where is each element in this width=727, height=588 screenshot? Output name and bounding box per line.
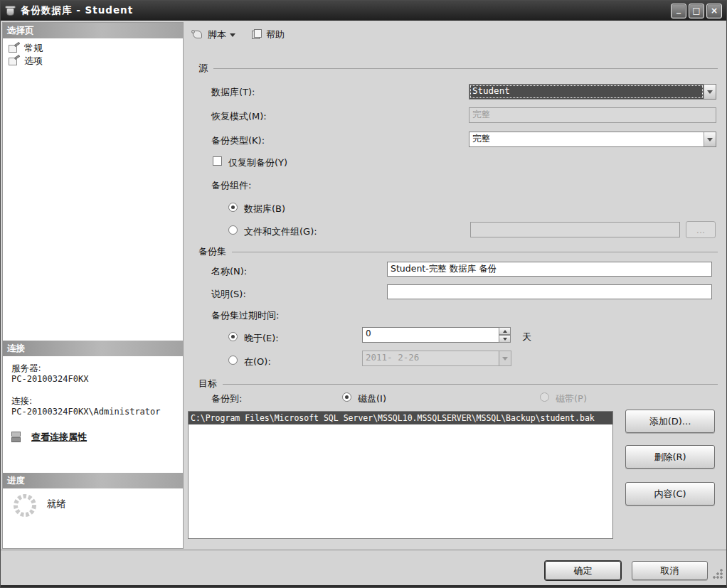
divider [232,252,718,252]
combo-arrow-button [499,351,511,365]
source-group-title: 源 [198,62,208,75]
on-date-label: 在(O): [244,356,271,368]
connection-label: 连接: [11,395,32,407]
days-unit-label: 天 [522,331,531,343]
maximize-button[interactable]: □ [689,4,704,18]
tape-radio [540,392,549,402]
copy-only-label: 仅复制备份(Y) [228,156,287,169]
window-bottom-edge [1,585,726,588]
connection-header: 连接 [3,341,183,356]
database-combo[interactable]: Student [469,84,716,100]
database-combo-value: Student [469,85,704,99]
expiration-label: 备份集过期时间: [211,309,279,322]
resize-grip[interactable] [712,568,723,579]
minimize-button[interactable]: _ [671,4,686,18]
destination-group-title: 目标 [198,378,217,390]
script-label: 脚本 [208,28,226,41]
script-button[interactable]: 脚本 [189,26,238,43]
chevron-up-icon [503,330,507,333]
view-connection-properties-link[interactable]: 查看连接属性 [31,431,87,444]
chevron-down-icon[interactable] [230,33,235,37]
backup-type-combo-value: 完整 [469,132,704,146]
backup-database-dialog: 备份数据库 - Student _ □ × 选择页 常规 选项 连接 服务器: … [0,0,727,588]
name-field[interactable]: Student-完整 数据库 备份 [387,262,712,277]
destination-path-item[interactable]: C:\Program Files\Microsoft SQL Server\MS… [189,412,612,424]
files-filegroups-field [470,222,680,237]
divider [223,384,718,385]
browse-button: ... [686,221,716,238]
divider [213,68,718,69]
spin-up-button[interactable] [499,327,511,335]
days-spinner[interactable] [499,327,511,343]
cancel-button[interactable]: 取消 [632,561,708,580]
source-group-header: 源 [198,62,718,75]
chevron-down-icon [707,138,713,141]
close-button[interactable]: × [706,4,722,18]
sidebar-item-general[interactable]: 常规 [6,41,46,55]
help-button[interactable]: 帮助 [248,26,287,43]
database-label: 数据库(T): [211,86,255,99]
sidebar-item-label: 常规 [24,42,43,55]
backup-component-label: 备份组件: [211,179,251,192]
sidebar-item-options[interactable]: 选项 [6,54,46,68]
remove-button[interactable]: 删除(R) [625,445,715,469]
title-bar[interactable]: 备份数据库 - Student _ □ × [1,1,726,21]
server-value: PC-20100324F0KX [11,374,88,384]
combo-arrow-button[interactable] [704,85,716,99]
progress-status: 就绪 [47,498,66,511]
sidebar-item-label: 选项 [24,55,43,68]
backup-to-label: 备份到: [211,392,242,405]
view-connection-properties-row: 查看连接属性 [10,431,87,444]
connection-properties-icon [10,431,24,444]
select-page-header: 选择页 [3,23,183,38]
after-radio[interactable] [228,332,238,341]
description-field[interactable] [387,284,712,299]
ok-button[interactable]: 确定 [545,561,621,580]
tape-radio-label: 磁带(P) [556,392,587,405]
window-title: 备份数据库 - Student [21,4,133,17]
help-label: 帮助 [266,28,285,41]
chevron-down-icon [503,338,507,341]
chevron-down-icon [707,90,713,94]
on-date-combo: 2011- 2-26 [362,351,511,366]
script-icon [191,29,204,41]
backup-set-group-header: 备份集 [198,245,718,258]
destination-group-header: 目标 [198,378,718,390]
database-icon [5,5,16,16]
chevron-down-icon [502,357,508,360]
backup-set-group-title: 备份集 [198,245,226,258]
description-label: 说明(S): [211,288,246,301]
sidebar: 选择页 常规 选项 连接 服务器: PC-20100324F0KX 连接: PC… [2,22,184,549]
database-radio-label: 数据库(B) [244,203,285,215]
recovery-model-label: 恢复模式(M): [211,110,267,123]
page-icon [9,56,20,66]
name-label: 名称(N): [211,265,247,278]
page-icon [9,43,20,53]
files-filegroups-radio[interactable] [228,225,238,235]
after-days-field[interactable]: 0 [362,327,499,343]
after-label: 晚于(E): [244,332,279,345]
disk-radio[interactable] [342,392,351,402]
destination-path-list[interactable]: C:\Program Files\Microsoft SQL Server\MS… [188,411,613,539]
add-button[interactable]: 添加(D)... [625,410,715,433]
files-filegroups-label: 文件和文件组(G): [244,225,317,238]
copy-only-checkbox[interactable] [213,156,222,166]
connection-value: PC-20100324F0KX\Administrator [11,407,161,417]
recovery-model-field: 完整 [469,107,716,123]
backup-type-combo[interactable]: 完整 [469,132,716,147]
backup-type-label: 备份类型(K): [211,134,265,147]
combo-arrow-button[interactable] [704,132,716,146]
spin-down-button[interactable] [499,335,511,343]
disk-radio-label: 磁盘(I) [358,392,386,405]
server-label: 服务器: [11,363,41,375]
on-date-combo-value: 2011- 2-26 [363,351,499,365]
contents-button[interactable]: 内容(C) [625,482,715,506]
database-radio[interactable] [228,203,238,212]
progress-header: 进度 [3,473,183,488]
on-date-radio[interactable] [228,356,238,365]
help-icon [251,29,262,41]
progress-spinner-icon [11,492,38,519]
